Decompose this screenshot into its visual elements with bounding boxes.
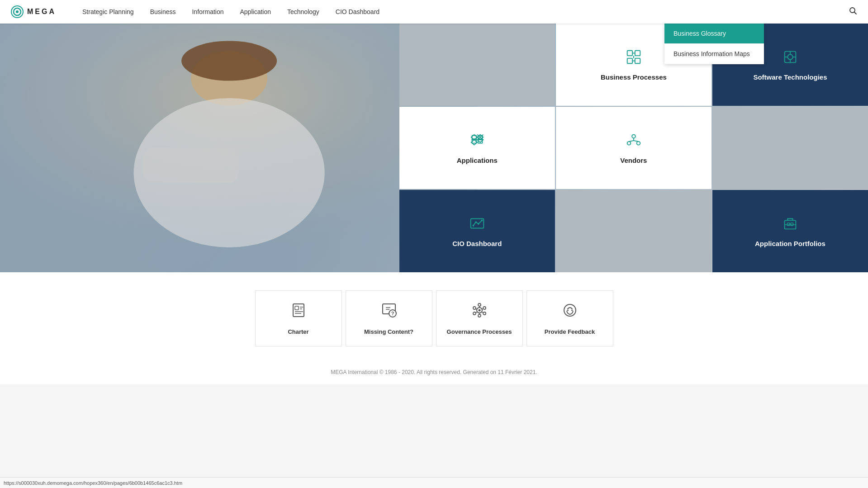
svg-rect-41 [293, 304, 304, 317]
svg-rect-12 [635, 58, 640, 63]
navbar: MEGA Strategic Planning Business Informa… [0, 0, 868, 24]
logo-icon [11, 5, 24, 18]
svg-rect-42 [295, 306, 299, 310]
charter-icon [290, 302, 307, 323]
svg-line-30 [629, 141, 633, 142]
svg-rect-39 [791, 223, 793, 226]
svg-point-27 [627, 142, 631, 145]
information-dropdown: Business Glossary Business Information M… [664, 24, 764, 64]
svg-point-17 [787, 54, 792, 59]
governance-processes-icon [471, 302, 488, 323]
svg-point-68 [571, 310, 573, 311]
nav-application[interactable]: Application [232, 0, 280, 24]
svg-point-34 [475, 221, 477, 223]
missing-content-icon: ? [380, 302, 398, 323]
svg-rect-10 [635, 50, 640, 55]
logo[interactable]: MEGA [11, 5, 56, 18]
grid-tile-empty-2 [712, 107, 868, 189]
grid-tile-applications[interactable]: Applications [399, 107, 555, 189]
svg-point-28 [637, 142, 640, 145]
svg-point-55 [483, 307, 486, 309]
missing-content-label: Missing Content? [364, 328, 413, 335]
provide-feedback-label: Provide Feedback [545, 328, 595, 335]
software-technologies-icon [781, 48, 799, 68]
svg-point-57 [478, 314, 481, 317]
svg-point-35 [478, 223, 479, 225]
vendors-icon [625, 131, 643, 152]
nav-links: Strategic Planning Business Information … [74, 0, 849, 24]
grid-tile-vendors[interactable]: Vendors [556, 107, 711, 189]
grid-tile-empty-3 [556, 190, 711, 272]
software-technologies-label: Software Technologies [753, 73, 827, 82]
nav-cio-dashboard[interactable]: CIO Dashboard [327, 0, 388, 24]
svg-point-58 [473, 312, 476, 315]
dropdown-menu-container: Business Glossary Business Information M… [664, 24, 764, 64]
grid-tile-application-portfolios[interactable]: Application Portfolios [712, 190, 868, 272]
nav-information[interactable]: Information [184, 0, 232, 24]
cio-dashboard-label: CIO Dashboard [452, 239, 502, 248]
application-portfolios-icon [781, 214, 799, 235]
svg-point-67 [567, 310, 569, 311]
nav-technology[interactable]: Technology [279, 0, 327, 24]
svg-line-31 [634, 141, 638, 142]
svg-point-1 [16, 10, 19, 13]
svg-text:?: ? [391, 311, 394, 316]
footer-text: MEGA International © 1986 - 2020. All ri… [331, 369, 537, 375]
card-charter[interactable]: Charter [255, 290, 342, 346]
card-governance-processes[interactable]: Governance Processes [436, 290, 523, 346]
svg-point-54 [478, 303, 481, 306]
svg-point-36 [481, 219, 483, 221]
svg-line-64 [475, 312, 477, 313]
svg-line-3 [854, 12, 857, 14]
svg-point-53 [478, 309, 480, 312]
dropdown-item-business-information-maps[interactable]: Business Information Maps [664, 44, 764, 64]
application-portfolios-label: Application Portfolios [755, 239, 825, 248]
applications-label: Applications [457, 156, 498, 165]
hero-section: Business Glossary Business Information M… [0, 24, 868, 272]
logo-text: MEGA [27, 8, 56, 16]
dropdown-item-business-glossary[interactable]: Business Glossary [664, 24, 764, 44]
svg-rect-9 [627, 50, 632, 55]
svg-point-6 [181, 41, 277, 81]
applications-icon [468, 131, 486, 152]
card-provide-feedback[interactable]: Provide Feedback [526, 290, 613, 346]
footer: MEGA International © 1986 - 2020. All ri… [0, 360, 868, 384]
bottom-section: Charter ? Missing Content? [0, 272, 868, 360]
grid-tile-empty-1 [399, 24, 555, 106]
svg-rect-11 [627, 58, 632, 63]
svg-point-26 [632, 134, 636, 138]
svg-line-62 [482, 312, 483, 313]
cio-dashboard-icon [468, 214, 486, 235]
svg-point-33 [472, 225, 474, 227]
nav-strategic-planning[interactable]: Strategic Planning [74, 0, 142, 24]
search-icon[interactable] [849, 7, 857, 17]
svg-point-59 [473, 307, 476, 309]
provide-feedback-icon [561, 302, 579, 323]
charter-label: Charter [288, 328, 308, 335]
vendors-label: Vendors [620, 156, 647, 165]
main-grid: Business Processes Software Technologies [399, 24, 868, 272]
business-processes-label: Business Processes [601, 73, 667, 82]
svg-rect-8 [143, 148, 239, 183]
business-processes-icon [625, 48, 643, 68]
card-missing-content[interactable]: ? Missing Content? [346, 290, 432, 346]
grid-tile-cio-dashboard[interactable]: CIO Dashboard [399, 190, 555, 272]
bottom-cards-row: Charter ? Missing Content? [253, 290, 615, 346]
svg-point-56 [483, 312, 486, 315]
svg-rect-38 [787, 223, 790, 226]
nav-business[interactable]: Business [142, 0, 184, 24]
governance-processes-label: Governance Processes [447, 328, 512, 335]
